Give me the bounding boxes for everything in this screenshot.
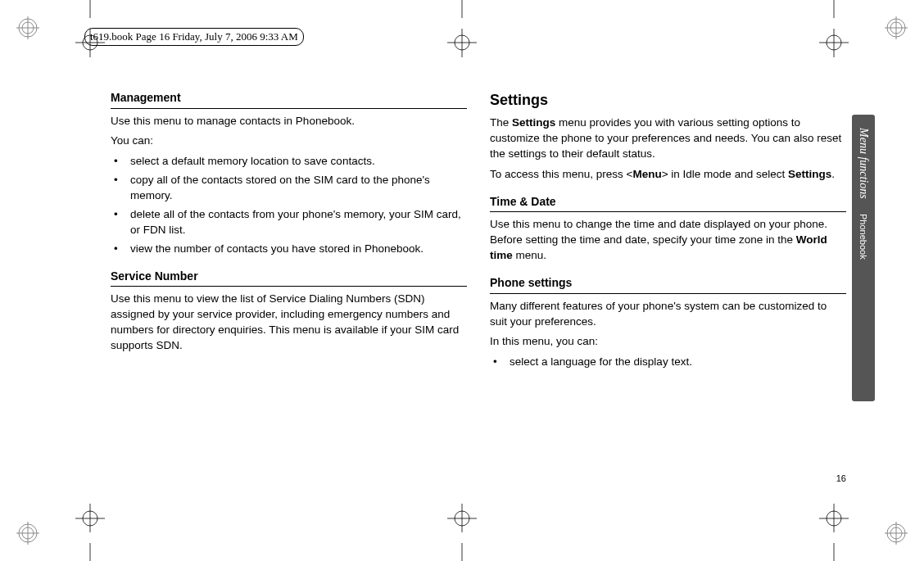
list-item: copy all of the contacts stored on the S… xyxy=(111,173,467,204)
registration-mark-icon xyxy=(885,522,908,545)
registration-mark-icon xyxy=(885,16,908,39)
management-heading: Management xyxy=(111,90,467,109)
phone-settings-bullets: select a language for the display text. xyxy=(490,355,846,370)
phone-settings-heading: Phone settings xyxy=(490,275,846,294)
registration-mark-icon xyxy=(16,16,39,39)
settings-heading: Settings xyxy=(490,90,846,111)
body-text: Use this menu to view the list of Servic… xyxy=(111,292,467,354)
crop-mark-icon xyxy=(437,504,487,561)
body-text: The Settings menu provides you with vari… xyxy=(490,115,846,162)
crop-mark-icon xyxy=(809,0,858,57)
list-item: view the number of contacts you have sto… xyxy=(111,242,467,257)
side-tab: Menu functions Phonebook xyxy=(852,115,875,401)
time-date-heading: Time & Date xyxy=(490,194,846,213)
body-text: To access this menu, press <Menu> in Idl… xyxy=(490,167,846,183)
body-text: In this menu, you can: xyxy=(490,334,846,350)
crop-mark-icon xyxy=(437,0,487,57)
registration-mark-icon xyxy=(16,522,39,545)
service-number-heading: Service Number xyxy=(111,269,467,287)
side-tab-primary: Menu functions xyxy=(857,128,870,199)
crop-mark-icon xyxy=(66,504,115,561)
content-area: Management Use this menu to manage conta… xyxy=(111,90,846,467)
right-column: Settings The Settings menu provides you … xyxy=(490,90,846,467)
body-text: You can: xyxy=(111,133,467,149)
list-item: delete all of the contacts from your pho… xyxy=(111,207,467,238)
page-number: 16 xyxy=(836,473,846,483)
list-item: select a default memory location to save… xyxy=(111,154,467,170)
left-column: Management Use this menu to manage conta… xyxy=(111,90,467,467)
body-text: Use this menu to change the time and dat… xyxy=(490,217,846,264)
body-text: Many different features of your phone's … xyxy=(490,299,846,330)
body-text: Use this menu to manage contacts in Phon… xyxy=(111,114,467,129)
side-tab-secondary: Phonebook xyxy=(858,214,868,260)
management-bullets: select a default memory location to save… xyxy=(111,154,467,256)
crop-mark-icon xyxy=(809,504,858,561)
list-item: select a language for the display text. xyxy=(490,355,846,370)
page-header-info: t619.book Page 16 Friday, July 7, 2006 9… xyxy=(84,28,304,46)
